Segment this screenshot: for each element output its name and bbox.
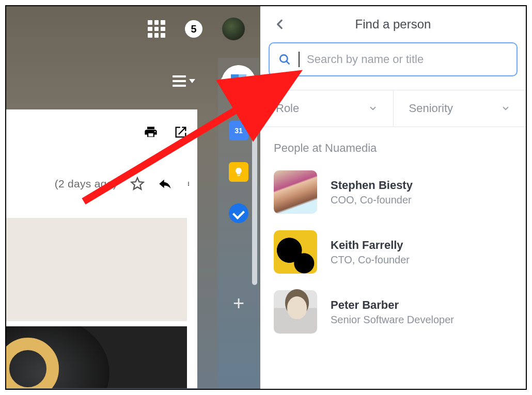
person-subtitle: CTO, Co-founder	[331, 254, 410, 266]
notification-badge[interactable]: 5	[185, 20, 202, 38]
filter-role-label: Role	[276, 102, 299, 115]
notification-count: 5	[191, 23, 196, 35]
svg-point-2	[188, 185, 189, 186]
panel-title: Find a person	[271, 17, 515, 31]
avatar	[274, 170, 317, 214]
avatar	[274, 230, 317, 274]
search-icon	[278, 53, 291, 66]
search-input[interactable]	[307, 53, 508, 66]
star-icon[interactable]	[130, 177, 145, 191]
keep-addon-icon[interactable]	[229, 162, 248, 182]
search-field[interactable]	[269, 42, 518, 76]
add-addon-icon[interactable]: +	[233, 292, 244, 314]
filter-seniority-label: Seniority	[409, 102, 453, 115]
filter-role[interactable]: Role	[260, 90, 393, 127]
email-pane: (2 days ago)	[6, 109, 197, 388]
chevron-down-icon	[501, 104, 510, 113]
person-name: Stephen Biesty	[331, 179, 413, 192]
calendar-addon-icon[interactable]	[229, 121, 248, 140]
people-section-title: People at Nuamedia	[260, 127, 526, 162]
person-row[interactable]: Keith Farrelly CTO, Co-founder	[260, 222, 526, 282]
chevron-down-icon	[368, 104, 378, 113]
apps-grid-icon[interactable]	[148, 20, 165, 38]
email-time-ago: (2 days ago)	[55, 178, 117, 190]
gmail-background: 5 (2 days ago)	[6, 6, 260, 389]
filter-seniority[interactable]: Seniority	[393, 90, 526, 127]
density-menu[interactable]	[173, 75, 195, 87]
person-name: Peter Barber	[331, 298, 454, 312]
person-subtitle: Senior Software Developer	[331, 314, 454, 326]
svg-point-0	[188, 182, 189, 183]
tasks-addon-icon[interactable]	[229, 203, 248, 223]
email-image-attachment	[6, 326, 187, 388]
find-person-panel: Find a person Role Seniority People at N…	[260, 6, 526, 389]
profile-avatar[interactable]	[222, 18, 245, 40]
avatar	[274, 290, 317, 334]
addon-scrollbar[interactable]	[252, 125, 257, 285]
svg-line-4	[286, 61, 289, 64]
reply-icon[interactable]	[158, 177, 173, 191]
print-icon[interactable]	[144, 125, 158, 139]
svg-point-1	[188, 183, 189, 184]
email-content-preview	[6, 218, 187, 321]
addon-launcher[interactable]	[222, 65, 256, 99]
dropdown-caret-icon	[189, 79, 195, 83]
person-row[interactable]: Peter Barber Senior Software Developer	[260, 282, 526, 342]
more-vert-icon[interactable]	[186, 177, 191, 191]
open-in-new-icon[interactable]	[174, 125, 188, 139]
person-row[interactable]: Stephen Biesty COO, Co-founder	[260, 162, 526, 222]
person-subtitle: COO, Co-founder	[331, 194, 413, 206]
person-name: Keith Farrelly	[331, 239, 410, 252]
text-cursor	[299, 52, 300, 67]
